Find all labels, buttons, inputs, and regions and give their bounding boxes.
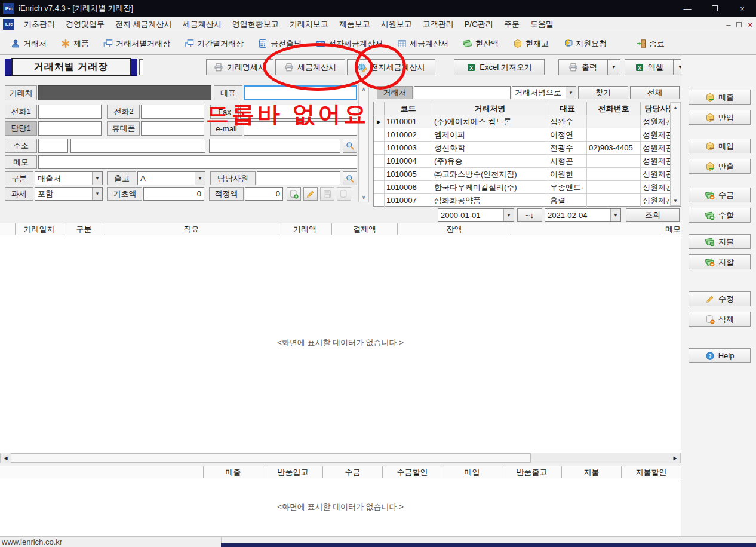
menu-item-etax[interactable]: 전자 세금계산서	[110, 17, 177, 32]
proper-amount-input[interactable]: 0	[245, 187, 283, 201]
customer-row[interactable]: 1010004 (주)유승 서형곤 성원제관	[374, 155, 680, 168]
ship-select[interactable]: A	[137, 171, 205, 185]
toolbar-current-stock[interactable]: 현재고	[506, 33, 556, 54]
excel-import-button[interactable]: XExcel 가져오기	[454, 59, 545, 75]
tax-invoice-print-button[interactable]: 세금계산서	[275, 59, 345, 75]
address2-input[interactable]	[209, 139, 340, 153]
toolbar-period-ledger[interactable]: 기간별거래장	[177, 33, 251, 54]
manager1-input[interactable]	[38, 121, 102, 136]
print-dropdown-button[interactable]: ▼	[607, 59, 620, 75]
menu-item-product-report[interactable]: 제품보고	[334, 17, 376, 32]
customer-row[interactable]: 1010002 엠제이피 이정연 성원제관	[374, 128, 680, 142]
date-range-button[interactable]: ~↓	[517, 208, 542, 222]
staff-input[interactable]	[257, 171, 340, 185]
chevron-down-icon	[92, 172, 102, 185]
staff-search-button[interactable]	[343, 171, 357, 185]
cancel-record-button[interactable]	[337, 187, 351, 201]
menu-item-crm[interactable]: 고객관리	[417, 17, 459, 32]
delete-button[interactable]: 삭제	[689, 312, 751, 327]
ceo-input[interactable]	[244, 85, 357, 100]
type-select[interactable]: 매출처	[35, 171, 103, 185]
find-button[interactable]: 찾기	[578, 86, 628, 99]
phone2-input[interactable]	[141, 105, 204, 119]
scroll-down-arrow[interactable]	[671, 196, 680, 205]
query-button[interactable]: 조회	[626, 208, 680, 222]
pay-button[interactable]: 지불	[689, 234, 751, 249]
mdi-close-button[interactable]: ×	[748, 20, 752, 29]
mobile-input[interactable]	[141, 121, 204, 136]
cell-phone	[587, 194, 641, 207]
ceo-label: 대표	[214, 85, 242, 100]
address1-input[interactable]	[70, 139, 205, 153]
address-search-button[interactable]	[343, 139, 357, 153]
email-input[interactable]	[244, 121, 357, 136]
fax-input[interactable]	[240, 105, 357, 119]
menu-item-management[interactable]: 경영및업무	[60, 17, 110, 32]
add-record-button[interactable]	[287, 187, 301, 201]
scroll-left-arrow[interactable]	[1, 453, 11, 463]
customer-search-input[interactable]	[414, 86, 511, 99]
customer-row[interactable]: 1010006 한국다우케미칼실리(주) 우종앤드· 성원제관	[374, 181, 680, 194]
toolbar-product[interactable]: 제품	[54, 33, 96, 54]
customer-row[interactable]: 1010007 삼화화공약품 홍렬 성원제관	[374, 194, 680, 207]
customer-row[interactable]: 1010005 ㈜고뫄스방수(인천지점) 이원헌 성원제관	[374, 168, 680, 181]
button-label: Help	[718, 351, 735, 360]
scroll-down-arrow[interactable]	[359, 192, 368, 202]
window-maximize-button[interactable]	[701, 0, 729, 17]
scroll-up-arrow[interactable]	[359, 84, 368, 94]
edit-button[interactable]: 수정	[689, 291, 751, 306]
collect-discount-button[interactable]: 수할	[689, 208, 751, 223]
e-tax-invoice-button[interactable]: 전자세금계산서	[347, 59, 435, 75]
window-minimize-button[interactable]: —	[674, 0, 701, 17]
toolbar-etax-invoice[interactable]: HTML전자세금계산서	[309, 33, 390, 54]
print-button[interactable]: 출력	[558, 59, 607, 75]
menu-item-pg[interactable]: P/G관리	[459, 17, 499, 32]
ledger-hscrollbar[interactable]	[0, 453, 681, 463]
menu-item-sales-report[interactable]: 영업현황보고	[227, 17, 284, 32]
save-record-button[interactable]	[320, 187, 334, 201]
form-scrollbar[interactable]	[358, 84, 369, 202]
purchase-button[interactable]: 매입	[689, 139, 751, 153]
menu-item-employee-report[interactable]: 사원보고	[376, 17, 417, 32]
statement-print-button[interactable]: 거래명세서	[206, 59, 273, 75]
date-to-select[interactable]: 2021-02-04	[545, 208, 621, 222]
pay-discount-button[interactable]: 지할	[689, 254, 751, 269]
mdi-restore-button[interactable]	[736, 22, 742, 27]
toolbar-current-balance[interactable]: 현잔액	[456, 33, 506, 54]
toolbar-tax-invoice[interactable]: 세금계산서	[390, 33, 456, 54]
memo-input[interactable]	[38, 155, 357, 169]
hscroll-thumb[interactable]	[11, 453, 531, 463]
return-in-button[interactable]: 반입	[689, 110, 751, 125]
date-from-select[interactable]: 2000-01-01	[438, 208, 514, 222]
menu-item-help[interactable]: 도움말	[525, 17, 559, 32]
customer-row[interactable]: 1010003 성신화학 전광수 02)903-4405 성원제관	[374, 142, 680, 155]
zip-input[interactable]	[38, 139, 68, 153]
customer-row[interactable]: 1010001 (주)에이치에스 켐트론 심완수 성원제관	[374, 115, 680, 128]
scroll-up-arrow[interactable]	[671, 103, 680, 112]
help-button[interactable]: ?Help	[689, 348, 751, 363]
toolbar-cashbook[interactable]: 금전출납	[251, 33, 309, 54]
toolbar-customer-ledger[interactable]: 거래처별거래장	[96, 33, 177, 54]
phone1-input[interactable]	[38, 105, 102, 119]
scroll-right-arrow[interactable]	[670, 453, 680, 463]
mdi-minimize-button[interactable]: –	[726, 20, 730, 29]
edit-record-button[interactable]	[303, 187, 318, 201]
return-in-icon	[705, 113, 715, 122]
menu-item-order[interactable]: 주문	[499, 17, 525, 32]
show-all-button[interactable]: 전체	[630, 86, 680, 99]
sales-button[interactable]: 매출	[689, 90, 751, 105]
menu-item-customer-report[interactable]: 거래처보고	[284, 17, 334, 32]
toolbar-customer[interactable]: 거래처	[4, 33, 54, 54]
toolbar-support-request[interactable]: 지원요청	[556, 33, 614, 54]
customer-table-scrollbar[interactable]	[670, 102, 681, 206]
base-amount-input[interactable]: 0	[143, 187, 204, 201]
toolbar-exit[interactable]: 종료	[629, 33, 672, 54]
search-by-select[interactable]: 거래처명으로	[512, 86, 576, 99]
excel-export-button[interactable]: X엑셀	[625, 59, 674, 75]
menu-item-tax[interactable]: 세금계산서	[177, 17, 227, 32]
tax-select[interactable]: 포함	[35, 187, 103, 201]
return-out-button[interactable]: 반출	[689, 159, 751, 174]
window-close-button[interactable]: ×	[729, 0, 756, 17]
menu-item-basic[interactable]: 기초관리	[19, 17, 60, 32]
collect-button[interactable]: 수금	[689, 188, 751, 202]
